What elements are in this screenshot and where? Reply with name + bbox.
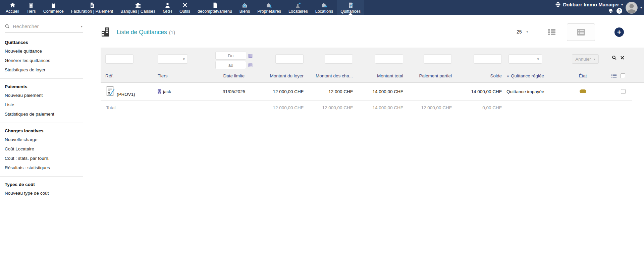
search-input[interactable] xyxy=(13,23,81,29)
calendar-icon[interactable] xyxy=(248,63,253,67)
filter-quittance-reglee-select[interactable]: ▾ xyxy=(508,54,542,64)
tab-grh[interactable]: GRH xyxy=(159,0,176,15)
total-montant-charges: 12 000,00 CHF xyxy=(304,105,353,110)
row-date-limite: 31/05/2025 xyxy=(210,89,258,94)
tab-banques[interactable]: Banques | Caisses xyxy=(117,0,159,15)
column-header-montant-total[interactable]: Montant total xyxy=(353,73,403,78)
sidebar-item-nouvelle-charge[interactable]: Nouvelle charge xyxy=(5,135,87,144)
filter-date-from-input[interactable] xyxy=(215,52,246,60)
sidebar-section-paiements: Paiements Nouveau paiement Liste Statist… xyxy=(0,79,87,119)
building-icon xyxy=(28,2,35,9)
page-size-select[interactable]: 25 ▾ xyxy=(514,27,531,37)
tab-locations[interactable]: Locations xyxy=(312,0,337,15)
tab-label: Locataires xyxy=(288,9,308,14)
tab-outils[interactable]: Outils xyxy=(176,0,194,15)
avatar[interactable] xyxy=(626,2,638,14)
row-montant-total: 14 000,00 CHF xyxy=(353,89,403,94)
table-total-row: Total 12 000,00 CHF 12 000,00 CHF 14 000… xyxy=(101,101,632,115)
filter-paiement-partiel-input[interactable] xyxy=(424,54,452,64)
filter-tiers-select[interactable]: ▾ xyxy=(158,54,188,64)
filter-date-to-input[interactable] xyxy=(215,61,246,69)
tab-quittances[interactable]: Quittances xyxy=(337,0,364,15)
column-header-tiers[interactable]: Tiers xyxy=(154,73,210,78)
sidebar-item-resultats-stats[interactable]: Résultats : statistiques xyxy=(5,163,87,172)
row-solde: 14 000,00 CHF xyxy=(452,89,502,94)
view-list-button[interactable] xyxy=(567,23,595,41)
receipt-document-icon xyxy=(106,86,115,97)
sidebar-section-title[interactable]: Charges locatives xyxy=(5,128,87,133)
row-montant-charges: 12 000 CHF xyxy=(304,89,353,94)
tab-label: GRH xyxy=(163,9,172,14)
filter-montant-loyer-input[interactable] xyxy=(275,54,304,64)
column-header-date-limite[interactable]: Date limite xyxy=(210,73,258,78)
chevron-down-icon[interactable]: ▾ xyxy=(640,6,642,9)
globe-icon xyxy=(555,2,561,7)
tab-facturation[interactable]: Facturation | Paiement xyxy=(67,0,117,15)
tab-accueil[interactable]: Accueil xyxy=(2,0,23,15)
calendar-icon[interactable] xyxy=(248,54,253,58)
filter-montant-charges-input[interactable] xyxy=(325,54,353,64)
brand-name: Dolibarr Immo Manager xyxy=(563,2,619,7)
search-filter-icon[interactable] xyxy=(611,55,617,61)
sidebar-section-types-cout: Types de coût Nouveau type de coût xyxy=(0,177,87,198)
tab-label: Commerce xyxy=(43,9,64,14)
column-header-montant-loyer[interactable]: Montant du loyer xyxy=(258,73,304,78)
filter-solde-input[interactable] xyxy=(474,54,502,64)
sidebar-item-liste[interactable]: Liste xyxy=(5,100,87,109)
house-owner-icon xyxy=(266,2,273,9)
cancel-label: Annuler xyxy=(575,57,591,62)
column-header-paiement-partiel[interactable]: Paiement partiel xyxy=(403,73,452,78)
sidebar-item-nouveau-paiement[interactable]: Nouveau paiement xyxy=(5,90,87,100)
clear-filter-icon[interactable] xyxy=(620,56,625,60)
row-tiers-link[interactable]: jack xyxy=(163,89,171,94)
chevron-down-icon[interactable]: ▾ xyxy=(81,24,83,28)
sidebar-item-stats-paiement[interactable]: Statistiques de paiement xyxy=(5,109,87,119)
print-icon[interactable] xyxy=(608,8,613,14)
sidebar-item-stats-loyer[interactable]: Statistiques de loyer xyxy=(5,65,87,74)
page-size-value: 25 xyxy=(517,29,522,35)
sidebar-item-nouveau-type-cout[interactable]: Nouveau type de coût xyxy=(5,188,87,198)
total-paiement-partiel: 12 000,00 CHF xyxy=(403,105,452,110)
sidebar-section-title[interactable]: Quittances xyxy=(5,40,87,45)
filter-ref-input[interactable] xyxy=(105,54,133,64)
select-all-checkbox[interactable] xyxy=(621,73,625,78)
cancel-filter-select[interactable]: Annuler ▾ xyxy=(572,54,599,64)
tab-proprietaires[interactable]: Propriétaires xyxy=(254,0,285,15)
house-search-icon xyxy=(241,2,248,9)
top-navbar: Accueil Tiers Commerce Facturation | Pai… xyxy=(0,0,644,15)
sidebar-section-title[interactable]: Paiements xyxy=(5,84,87,89)
tab-label: Propriétaires xyxy=(257,9,281,14)
column-options-icon[interactable] xyxy=(611,73,617,78)
filter-montant-total-input[interactable] xyxy=(375,54,403,64)
sidebar-search: ▾ xyxy=(5,23,83,32)
tenant-pin-icon xyxy=(294,2,302,9)
total-label: Total xyxy=(101,105,154,110)
tab-tiers[interactable]: Tiers xyxy=(23,0,39,15)
result-count: (1) xyxy=(169,29,175,35)
row-ref-link[interactable]: (PROV1) xyxy=(117,92,135,97)
invoice-icon xyxy=(89,2,96,9)
sidebar-item-generer-quittances[interactable]: Générer les quittances xyxy=(5,56,87,65)
sidebar-item-nouvelle-quittance[interactable]: Nouvelle quittance xyxy=(5,46,87,56)
view-grid-icon[interactable] xyxy=(547,28,556,36)
tab-decomptetvamenu[interactable]: decomptetvamenu xyxy=(194,0,236,15)
column-header-etat[interactable]: État xyxy=(557,73,609,78)
sidebar-item-cout-locataire[interactable]: Coût Locataire xyxy=(5,144,87,153)
sidebar-item-cout-stats-fourn[interactable]: Coût : stats. par fourn. xyxy=(5,153,87,163)
tab-locataires[interactable]: Locataires xyxy=(285,0,312,15)
total-montant-loyer: 12 000,00 CHF xyxy=(258,105,304,110)
column-header-quittance-reglee[interactable]: ▼Quittance réglée xyxy=(502,73,557,78)
tab-biens[interactable]: Biens xyxy=(236,0,254,15)
column-header-ref[interactable]: Réf. xyxy=(101,73,154,78)
tab-label: Outils xyxy=(179,9,190,14)
tab-commerce[interactable]: Commerce xyxy=(40,0,67,15)
sidebar: ▾ Quittances Nouvelle quittance Générer … xyxy=(0,15,87,202)
column-header-solde[interactable]: Solde xyxy=(452,73,502,78)
help-icon[interactable]: ? xyxy=(616,8,622,14)
add-quittance-button[interactable]: + xyxy=(614,27,624,37)
sidebar-section-title[interactable]: Types de coût xyxy=(5,182,87,187)
entity-selector[interactable]: Dolibarr Immo Manager ▾ xyxy=(555,2,623,7)
row-checkbox[interactable] xyxy=(621,89,626,94)
column-header-montant-charges[interactable]: Montant des cha... xyxy=(304,73,353,78)
receipt-edit-icon xyxy=(347,2,354,9)
